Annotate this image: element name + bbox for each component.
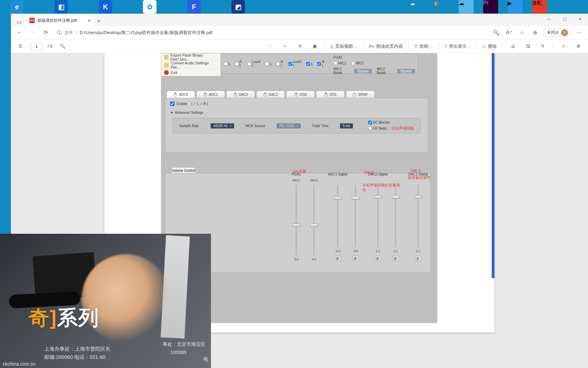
erase-button[interactable]: ◇擦除 [483, 43, 497, 49]
url-field[interactable]: ⓘ 文件 | D:/Users/pc/Desktop/第二代dsp软件操作合集/… [54, 28, 488, 38]
saveas-icon[interactable]: ✎ [538, 42, 548, 51]
line4-l-check[interactable] [265, 62, 269, 66]
fit-page-icon[interactable]: ▣ [310, 42, 320, 51]
print-icon[interactable]: 🖨 [508, 42, 518, 51]
lrswap-note: 左右声道转换 [392, 126, 414, 131]
dac0-r-mute[interactable]: 🔈 [392, 256, 399, 261]
mclk-select[interactable]: PLL CLK1▾ [277, 123, 301, 128]
adc1-l-mute[interactable]: 🔈 [334, 256, 341, 261]
tab-dac0[interactable]: DAC0 [226, 91, 255, 98]
app-icon-4[interactable]: ◐ [434, 0, 449, 14]
adc1-l-slider[interactable] [336, 185, 340, 247]
line4-r-check[interactable] [276, 62, 280, 66]
app-icon-2[interactable]: F [187, 0, 201, 14]
zoom-out-icon[interactable]: − [265, 42, 275, 51]
zoom-icon[interactable]: 🔍 [491, 28, 501, 37]
taskbar-right: ☁ ◐ ☁ Pr ▶ 捷配 [410, 0, 547, 14]
dac0-l-mute[interactable]: 🔈 [375, 256, 381, 261]
line3-l-check[interactable] [224, 62, 228, 66]
minimize-button[interactable]: — [541, 14, 557, 25]
power-icon [263, 93, 267, 96]
advanced-toggle[interactable]: ▼ Advanced Settings [170, 111, 423, 114]
kugou-icon[interactable]: K [99, 0, 112, 14]
tab-dac1[interactable]: DAC1 [256, 91, 285, 98]
settings-icon[interactable]: ⚙ [574, 42, 583, 51]
app-icon-1[interactable]: ◧ [54, 0, 68, 14]
addr-line-1: 上海办事处：上海市普陀区长 [44, 346, 111, 352]
dac0d-header: DAC0 Digital [368, 172, 388, 177]
info-icon[interactable]: ⓘ [57, 30, 62, 36]
adc1-r-slider[interactable] [354, 185, 357, 247]
baidu-icon[interactable]: ✿ [143, 0, 157, 14]
jiepei-icon[interactable]: 捷配 [532, 0, 547, 14]
tab-adc0[interactable]: ADC0 [166, 91, 195, 98]
read-aloud-button[interactable]: A»朗读此页内容 [369, 43, 403, 49]
mic1-slider[interactable] [295, 185, 298, 255]
lrswap-check[interactable] [368, 126, 372, 130]
mic1-check[interactable] [333, 61, 337, 65]
find-icon[interactable]: 🔍 [58, 42, 67, 51]
dac0-r-slider[interactable] [394, 185, 397, 247]
maximize-button[interactable]: ▢ [557, 14, 572, 25]
zoom-in-icon[interactable]: + [280, 42, 290, 51]
dac1-slider[interactable] [416, 185, 420, 247]
dc-blocker-check[interactable] [368, 121, 372, 124]
mixer: PGA1 MIC1 0.0 MIC2 0.0 ADC1 Digital [273, 172, 429, 261]
tab-i2s0[interactable]: I2S0 [286, 91, 315, 98]
dac0-l-slider[interactable] [376, 185, 380, 247]
new-tab-button[interactable]: + [94, 16, 103, 26]
page-view-button[interactable]: ▯页面视图⌄ [331, 43, 358, 49]
power-icon [233, 93, 237, 96]
adc1-r-mute[interactable]: 🔈 [352, 256, 359, 261]
rotate-icon[interactable]: ⟲ [295, 42, 305, 51]
power-icon [353, 93, 356, 96]
enable-check[interactable] [170, 102, 175, 106]
line5-l-check[interactable] [306, 62, 310, 66]
save-icon[interactable]: 🖫 [523, 42, 533, 51]
cloud-icon[interactable]: ☁ [410, 0, 425, 14]
dac0-r-val: 2.1 [393, 249, 398, 253]
dac1d-header: DAC1 Digital [408, 172, 428, 177]
page-number-input[interactable] [31, 43, 42, 50]
menu-convert[interactable]: Convert Audio Settings File... [161, 61, 220, 68]
line5-r-check[interactable] [317, 62, 321, 66]
contents-icon[interactable]: ☰ [16, 42, 25, 51]
video-icon[interactable]: ▶ [508, 0, 523, 14]
tab-spdif[interactable]: SPDIF [346, 91, 375, 98]
close-tab-icon[interactable]: ✕ [87, 18, 91, 23]
draw-button[interactable]: ▽绘制⌄ [414, 43, 433, 49]
edge-icon[interactable]: e [10, 0, 24, 14]
dac1-mute[interactable]: 🔈 [415, 256, 422, 261]
browser-tab[interactable]: PDF 新版调音软件注释.pdf ✕ [26, 15, 94, 26]
collections-icon[interactable]: ⊕ [530, 28, 540, 37]
volume-tab[interactable]: Volume Control [171, 167, 196, 173]
tab-adc1[interactable]: ADC1 [196, 91, 225, 98]
favorite-icon[interactable]: ☆ [517, 28, 527, 37]
weather-icon[interactable]: ☁ [459, 0, 474, 14]
highlight-button[interactable]: ▿突出显示⌄ [444, 43, 471, 49]
chan-mic2: MIC2 0.0 [307, 172, 321, 261]
mic2-check[interactable] [351, 61, 355, 65]
tab-i2s1[interactable]: I2S1 [316, 91, 345, 98]
reload-button[interactable]: ⟳ [41, 28, 50, 37]
mic1-bypass-button[interactable]: Bypass [354, 69, 372, 73]
app-icon-3[interactable]: ◩ [231, 0, 245, 14]
close-window-button[interactable]: ✕ [572, 14, 588, 25]
line5-check[interactable] [289, 62, 292, 66]
line3-r-check[interactable] [235, 62, 239, 66]
mic2-slider[interactable] [312, 185, 316, 255]
mic2-bypass-button[interactable]: Bypass [397, 69, 415, 73]
fade-input[interactable]: 5 ms [340, 123, 353, 128]
premiere-icon[interactable]: Pr [483, 0, 498, 14]
back-button[interactable]: ← [15, 28, 24, 37]
menu-export[interactable]: Export Flash Binary File(*.bin)... [161, 53, 220, 61]
sample-rate-select[interactable]: 44100 Hz▾ [211, 123, 234, 128]
profile-button[interactable]: 未同步 [543, 28, 571, 37]
read-mode-icon[interactable]: A⁺ [504, 28, 514, 37]
tab-actions-icon[interactable]: ▭ [15, 18, 23, 26]
pga-box: PGA1 MIC1 MIC2 MIC1 Boost Bypass MIC2 Bo… [330, 56, 415, 72]
fullscreen-icon[interactable]: ⤢ [559, 42, 568, 51]
menu-exit[interactable]: Exit [161, 68, 220, 76]
line4-check[interactable] [247, 62, 251, 66]
menu-icon[interactable]: ⋯ [574, 28, 584, 37]
